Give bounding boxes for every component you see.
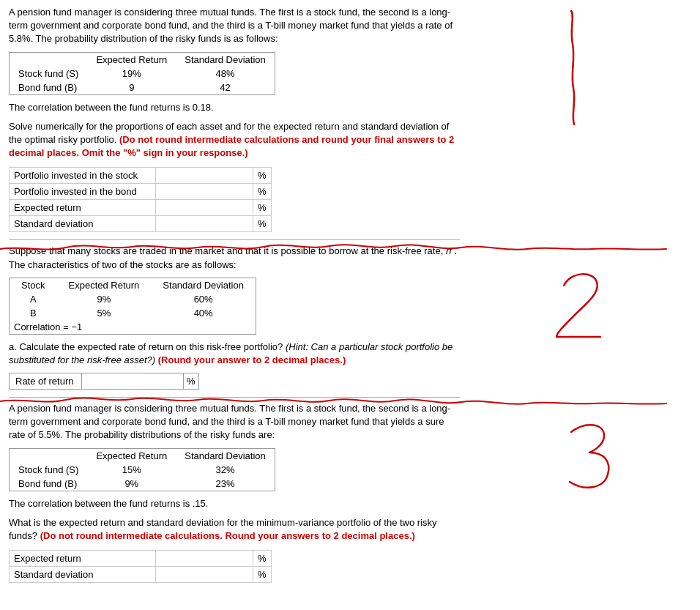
section3-question: What is the expected return and standard… (9, 516, 460, 543)
rate-input-cell (82, 373, 184, 390)
std-dev-pct: % (253, 216, 272, 232)
stock-col-header: Stock (10, 278, 57, 292)
table-row: Portfolio invested in the bond % (10, 184, 272, 200)
std-dev-label: Standard deviation (10, 216, 156, 232)
col-expected-return: Expected Return (87, 52, 176, 67)
expected-return-label: Expected return (10, 200, 156, 216)
s3-sd-label: Standard deviation (10, 567, 156, 583)
s3-stock-label: Stock fund (S) (10, 463, 88, 477)
section2-intro: Suppose that many stocks are traded in t… (9, 245, 460, 271)
s3-bond-stddev: 23% (176, 477, 275, 491)
divider-2 (9, 397, 460, 398)
stock-b-label: B (10, 306, 57, 320)
row-bond-label: Bond fund (B) (10, 81, 88, 95)
section1-intro: A pension fund manager is considering th… (9, 6, 460, 46)
rate-label: Rate of return (9, 373, 82, 390)
sd-col-header: Standard Deviation (151, 278, 256, 292)
section3-fund-table: Expected Return Standard Deviation Stock… (9, 448, 275, 491)
table-row: Expected return % (10, 551, 272, 567)
portfolio-stock-label: Portfolio invested in the stock (10, 168, 156, 184)
s3-er-input-cell (156, 551, 253, 567)
section1-input-table: Portfolio invested in the stock % Portfo… (9, 167, 272, 232)
portfolio-bond-input[interactable] (160, 186, 248, 197)
s3-col-sd: Standard Deviation (176, 448, 275, 463)
s3-er-label: Expected return (10, 551, 156, 567)
stock-b-stddev: 40% (151, 306, 256, 320)
section1-correlation: The correlation between the fund returns… (9, 101, 460, 114)
std-dev-input[interactable] (160, 218, 248, 229)
portfolio-bond-input-cell (156, 184, 253, 200)
section1-solve: Solve numerically for the proportions of… (9, 120, 460, 160)
s3-stock-stddev: 32% (176, 463, 275, 477)
table-row: Expected return % (10, 200, 272, 216)
s3-bond-return: 9% (87, 477, 176, 491)
portfolio-bond-label: Portfolio invested in the bond (10, 184, 156, 200)
stock-a-label: A (10, 292, 57, 306)
s3-sd-input[interactable] (160, 569, 248, 580)
table-row: Standard deviation % (10, 567, 272, 583)
col-std-dev: Standard Deviation (176, 52, 275, 67)
expected-return-pct: % (253, 200, 272, 216)
portfolio-stock-pct: % (253, 168, 272, 184)
section3-input-table: Expected return % Standard deviation % (9, 550, 272, 583)
s3-sd-input-cell (156, 567, 253, 583)
section3-correlation: The correlation between the fund returns… (9, 497, 460, 510)
stock-a-stddev: 60% (151, 292, 256, 306)
row-stock-label: Stock fund (S) (10, 67, 88, 81)
table-row: Portfolio invested in the stock % (10, 168, 272, 184)
stock-a-return: 9% (57, 292, 152, 306)
expected-return-input-cell (156, 200, 253, 216)
divider-1 (9, 239, 460, 240)
stock-b-return: 5% (57, 306, 152, 320)
s3-bond-label: Bond fund (B) (10, 477, 88, 491)
std-dev-input-cell (156, 216, 253, 232)
rate-of-return-row: Rate of return % (9, 373, 460, 390)
portfolio-bond-pct: % (253, 184, 272, 200)
section3-intro: A pension fund manager is considering th… (9, 402, 460, 442)
s3-stock-return: 15% (87, 463, 176, 477)
correlation-row: Correlation = −1 (10, 320, 256, 335)
row-stock-stddev: 48% (176, 67, 275, 81)
s3-er-input[interactable] (160, 553, 248, 564)
row-stock-return: 19% (87, 67, 176, 81)
s3-er-pct: % (253, 551, 272, 567)
row-bond-return: 9 (87, 81, 176, 95)
er-col-header: Expected Return (57, 278, 152, 292)
portfolio-stock-input-cell (156, 168, 253, 184)
rate-input[interactable] (85, 376, 180, 387)
row-bond-stddev: 42 (176, 81, 275, 95)
section2-stock-table: Stock Expected Return Standard Deviation… (9, 278, 256, 335)
rate-pct: % (184, 373, 199, 390)
portfolio-stock-input[interactable] (160, 170, 248, 181)
section1-fund-table: Expected Return Standard Deviation Stock… (9, 52, 275, 95)
expected-return-input[interactable] (160, 202, 248, 213)
table-row: Standard deviation % (10, 216, 272, 232)
section2-question: a. Calculate the expected rate of return… (9, 341, 460, 367)
s3-col-er: Expected Return (87, 448, 176, 463)
s3-sd-pct: % (253, 567, 272, 583)
